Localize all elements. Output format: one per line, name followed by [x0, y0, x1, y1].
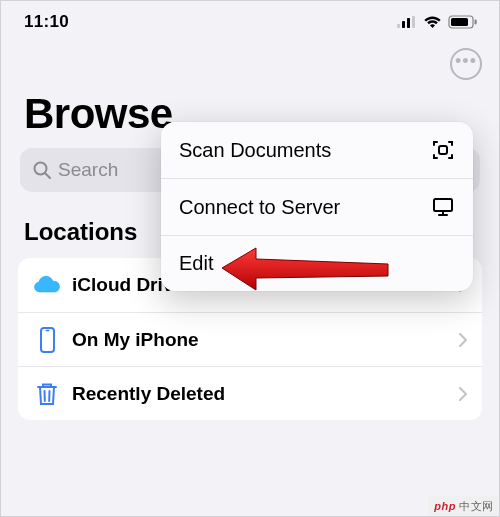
svg-rect-10 [46, 329, 50, 330]
menu-item-label: Edit [179, 252, 213, 275]
svg-rect-9 [41, 328, 54, 352]
svg-rect-5 [451, 18, 468, 26]
location-label: Recently Deleted [72, 383, 458, 405]
menu-item-label: Scan Documents [179, 139, 331, 162]
scan-icon [431, 138, 455, 162]
icloud-icon [32, 274, 72, 296]
menu-connect-to-server[interactable]: Connect to Server [161, 178, 473, 235]
context-menu: Scan Documents Connect to Server [161, 122, 473, 291]
status-indicators [397, 15, 478, 29]
search-icon [32, 160, 52, 180]
status-bar: 11:10 [0, 0, 500, 44]
chevron-right-icon [458, 332, 468, 348]
wifi-icon [423, 15, 442, 29]
battery-icon [448, 15, 478, 29]
chevron-right-icon [458, 386, 468, 402]
svg-rect-1 [402, 21, 405, 28]
svg-line-8 [45, 173, 50, 178]
menu-item-label: Connect to Server [179, 196, 340, 219]
svg-rect-0 [397, 24, 400, 28]
ellipsis-icon: ••• [455, 51, 477, 72]
status-time: 11:10 [24, 12, 69, 32]
svg-rect-3 [412, 16, 415, 28]
svg-rect-6 [475, 20, 477, 25]
server-icon [431, 195, 455, 219]
menu-edit[interactable]: Edit [161, 235, 473, 291]
menu-scan-documents[interactable]: Scan Documents [161, 122, 473, 178]
trash-icon [32, 381, 72, 407]
svg-rect-2 [407, 18, 410, 28]
watermark: php 中文网 [428, 496, 500, 517]
watermark-text: 中文网 [456, 500, 494, 512]
location-recently-deleted[interactable]: Recently Deleted [18, 366, 482, 420]
more-button[interactable]: ••• [450, 48, 482, 80]
location-label: On My iPhone [72, 329, 458, 351]
svg-rect-14 [434, 199, 452, 211]
cellular-icon [397, 16, 417, 28]
svg-rect-13 [439, 146, 447, 154]
watermark-brand: php [434, 500, 456, 512]
iphone-icon [32, 326, 72, 354]
location-on-my-iphone[interactable]: On My iPhone [18, 312, 482, 366]
